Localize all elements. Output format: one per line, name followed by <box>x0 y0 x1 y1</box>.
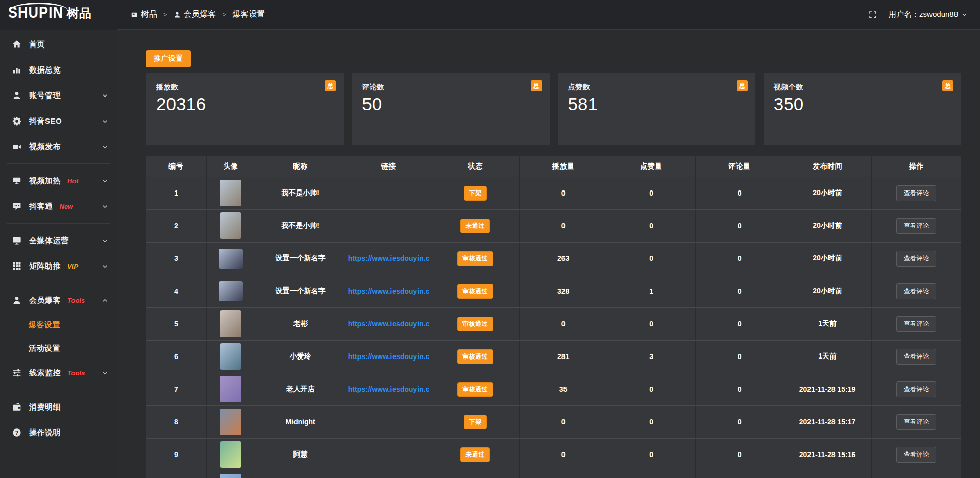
cell-nickname <box>255 471 346 478</box>
cell-num: 5 <box>146 307 206 340</box>
cell-likes: 0 <box>607 307 695 340</box>
video-link[interactable]: https://www.iesdouyin.c <box>348 352 429 361</box>
cell-comments: 0 <box>695 340 783 373</box>
cell-time: 20小时前 <box>783 209 871 242</box>
stat-card: 播放数20316总 <box>146 73 344 145</box>
sidebar-item-home[interactable]: 首页 <box>0 32 117 57</box>
cell-action: 查看评论 <box>871 307 961 340</box>
video-link[interactable]: https://www.iesdouyin.c <box>348 287 429 295</box>
sidebar-subitem-baoke-settings[interactable]: 爆客设置 <box>0 313 117 337</box>
view-comments-button[interactable]: 查看评论 <box>896 414 936 430</box>
cell-action: 查看评论 <box>871 275 961 307</box>
chevron-down-icon <box>102 144 108 150</box>
breadcrumb-separator: > <box>162 11 168 18</box>
cell-time <box>783 471 871 478</box>
sidebar-item-matrix-boost[interactable]: 矩阵助推VIP <box>0 253 117 279</box>
chevron-down-icon <box>102 178 108 184</box>
table-body: 1我不是小帅!下架00020小时前查看评论2我不是小帅!未通过00020小时前查… <box>146 177 961 478</box>
view-comments-button[interactable]: 查看评论 <box>896 349 936 365</box>
sliders-icon <box>12 368 21 377</box>
sidebar-item-douyin-seo[interactable]: 抖音SEO <box>0 108 117 134</box>
sidebar-item-label: 抖音SEO <box>29 116 62 126</box>
sidebar-menu: 首页数据总览账号管理抖音SEO视频发布视频加热Hot抖客通New全媒体运营矩阵助… <box>0 30 117 445</box>
sidebar-item-consume-detail[interactable]: 消费明细 <box>0 394 117 420</box>
cell-avatar <box>206 471 255 478</box>
stat-value: 581 <box>568 94 755 114</box>
stat-value: 350 <box>774 94 961 114</box>
cell-comments: 0 <box>695 405 783 438</box>
monitor-icon <box>12 236 21 245</box>
status-badge: 下架 <box>464 186 487 201</box>
chevron-up-icon <box>102 297 108 304</box>
cell-nickname: 设置一个新名字 <box>255 242 346 275</box>
sidebar-item-douketong[interactable]: 抖客通New <box>0 194 117 219</box>
breadcrumb-item-app[interactable]: 树品 <box>131 9 157 20</box>
sidebar-item-media-operation[interactable]: 全媒体运营 <box>0 228 117 253</box>
sidebar-item-clue-monitor[interactable]: 线索监控Tools <box>0 360 117 386</box>
cell-num: 8 <box>146 405 206 438</box>
cell-action: 查看评论 <box>871 242 961 275</box>
cell-time: 1天前 <box>783 307 871 340</box>
cell-likes <box>607 471 695 478</box>
home-icon <box>12 40 21 49</box>
fullscreen-icon[interactable] <box>868 10 877 19</box>
chevron-down-icon <box>102 370 108 376</box>
sidebar-item-data-overview[interactable]: 数据总览 <box>0 57 117 83</box>
sidebar: 首页数据总览账号管理抖音SEO视频发布视频加热Hot抖客通New全媒体运营矩阵助… <box>0 30 117 478</box>
cell-nickname: 老彬 <box>255 307 346 340</box>
view-comments-button[interactable]: 查看评论 <box>896 447 936 463</box>
video-link[interactable]: https://www.iesdouyin.c <box>348 254 429 262</box>
chevron-down-icon <box>102 118 108 125</box>
chevron-down-icon <box>961 11 968 18</box>
user-icon <box>12 91 21 100</box>
table-row: 1我不是小帅!下架00020小时前查看评论 <box>146 177 961 209</box>
sidebar-item-tag: Tools <box>67 369 85 377</box>
status-badge: 审核通过 <box>457 317 493 331</box>
cell-plays: 35 <box>519 373 607 405</box>
cell-link <box>346 209 431 242</box>
promo-settings-button[interactable]: 推广设置 <box>146 50 191 67</box>
view-comments-button[interactable]: 查看评论 <box>896 218 936 234</box>
cell-status: 未通过 <box>431 209 519 242</box>
sidebar-item-account-manage[interactable]: 账号管理 <box>0 83 117 108</box>
total-badge: 总 <box>325 80 336 91</box>
stat-card: 点赞数581总 <box>558 73 755 145</box>
cell-link: https://www.iesdouyin.c <box>346 340 431 373</box>
cell-num: 7 <box>146 373 206 405</box>
status-badge: 未通过 <box>460 219 490 233</box>
sidebar-item-video-heat[interactable]: 视频加热Hot <box>0 168 117 194</box>
brand-name-cn: 树品 <box>67 6 91 20</box>
username-menu[interactable]: 用户名：zswodun88 <box>889 10 968 19</box>
video-link[interactable]: https://www.iesdouyin.c <box>348 385 429 393</box>
view-comments-button[interactable]: 查看评论 <box>896 251 936 267</box>
video-link[interactable]: https://www.iesdouyin.c <box>348 320 429 328</box>
total-badge: 总 <box>531 80 542 91</box>
column-header: 昵称 <box>255 156 346 177</box>
cell-action: 查看评论 <box>871 373 961 405</box>
stats-row: 播放数20316总评论数50总点赞数581总视频个数350总 <box>146 73 961 145</box>
sidebar-subitem-activity-settings[interactable]: 活动设置 <box>0 337 117 360</box>
cell-time: 2021-11-28 15:16 <box>783 438 871 471</box>
cell-nickname: 小爱玲 <box>255 340 346 373</box>
svg-text:?: ? <box>15 429 19 436</box>
breadcrumb: 树品 > 会员爆客 > 爆客设置 <box>131 9 265 20</box>
cell-plays: 281 <box>519 340 607 373</box>
sidebar-item-member-baoke[interactable]: 会员爆客Tools <box>0 288 117 313</box>
sidebar-item-video-publish[interactable]: 视频发布 <box>0 134 117 159</box>
table-row: 2我不是小帅!未通过00020小时前查看评论 <box>146 209 961 242</box>
screen-icon <box>12 176 21 185</box>
column-header: 编号 <box>146 156 206 177</box>
view-comments-button[interactable]: 查看评论 <box>896 283 936 299</box>
view-comments-button[interactable]: 查看评论 <box>896 316 936 332</box>
cell-plays <box>519 471 607 478</box>
cell-action: 查看评论 <box>871 405 961 438</box>
sidebar-item-tag: VIP <box>67 262 78 270</box>
cell-link: https://www.iesdouyin.c <box>346 373 431 405</box>
table-row: 9阿慧未通过0002021-11-28 15:16查看评论 <box>146 438 961 471</box>
view-comments-button[interactable]: 查看评论 <box>896 381 936 397</box>
sidebar-item-operation-help[interactable]: ?操作说明 <box>0 420 117 445</box>
view-comments-button[interactable]: 查看评论 <box>896 185 936 201</box>
cell-num: 1 <box>146 177 206 209</box>
breadcrumb-item-member[interactable]: 会员爆客 <box>174 9 216 20</box>
cell-comments: 0 <box>695 307 783 340</box>
